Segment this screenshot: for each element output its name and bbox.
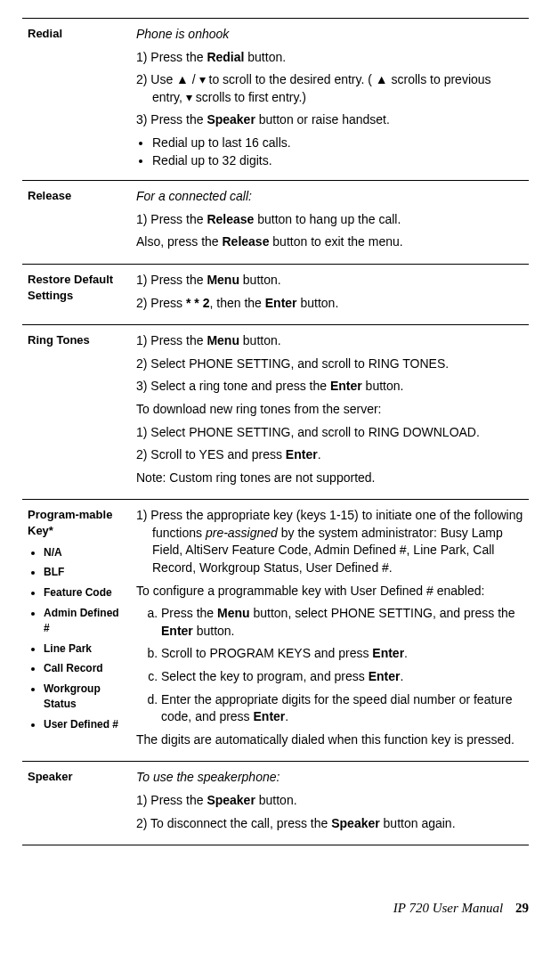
step: 2) Press * * 2, then the Enter button. bbox=[136, 295, 523, 313]
step: 2) Select PHONE SETTING, and scroll to R… bbox=[136, 355, 523, 373]
table-row: Speaker To use the speakerphone: 1) Pres… bbox=[22, 762, 529, 845]
substep: Select the key to program, and press Ent… bbox=[161, 668, 523, 686]
step: To configure a programmable key with Use… bbox=[136, 583, 523, 600]
feature-desc: Phone is onhook 1) Press the Redial butt… bbox=[131, 19, 529, 181]
feature-subitem: Admin Defined # bbox=[44, 606, 126, 636]
page-number: 29 bbox=[515, 901, 529, 915]
bullet: Redial up to 32 digits. bbox=[152, 152, 523, 170]
step: 1) Press the Speaker button. bbox=[136, 792, 523, 810]
feature-name: Program-mable Key* N/A BLF Feature Code … bbox=[22, 500, 131, 762]
feature-desc: 1) Press the Menu button. 2) Select PHON… bbox=[131, 325, 529, 500]
table-row: Release For a connected call: 1) Press t… bbox=[22, 181, 529, 265]
step: To download new ring tones from the serv… bbox=[136, 401, 523, 419]
feature-name: Restore Default Settings bbox=[22, 264, 131, 324]
bullet: Redial up to last 16 calls. bbox=[152, 135, 523, 152]
feature-table: Redial Phone is onhook 1) Press the Redi… bbox=[22, 18, 529, 845]
feature-subitem: Feature Code bbox=[44, 585, 126, 600]
step: 1) Press the appropriate key (keys 1-15)… bbox=[136, 507, 523, 576]
feature-desc: To use the speakerphone: 1) Press the Sp… bbox=[131, 762, 529, 845]
feature-title: Program-mable Key* bbox=[28, 508, 112, 537]
substep: Scroll to PROGRAM KEYS and press Enter. bbox=[161, 645, 523, 663]
table-row: Redial Phone is onhook 1) Press the Redi… bbox=[22, 19, 529, 181]
state-text: To use the speakerphone: bbox=[136, 769, 523, 787]
feature-subitem: Line Park bbox=[44, 641, 126, 657]
state-text: Phone is onhook bbox=[136, 26, 523, 44]
feature-subitem: BLF bbox=[44, 565, 126, 580]
step: 1) Press the Menu button. bbox=[136, 332, 523, 350]
table-row: Program-mable Key* N/A BLF Feature Code … bbox=[22, 500, 529, 762]
table-row: Restore Default Settings 1) Press the Me… bbox=[22, 264, 529, 324]
step: 2) To disconnect the call, press the Spe… bbox=[136, 815, 523, 833]
step: 1) Press the Menu button. bbox=[136, 272, 523, 290]
note-text: Note: Custom ring tones are not supporte… bbox=[136, 470, 523, 487]
feature-name: Redial bbox=[22, 19, 131, 181]
step: Also, press the Release button to exit t… bbox=[136, 233, 523, 251]
substep: Press the Menu button, select PHONE SETT… bbox=[161, 605, 523, 640]
feature-name: Release bbox=[22, 181, 131, 265]
step: 1) Press the Release button to hang up t… bbox=[136, 211, 523, 229]
step: 2) Scroll to YES and press Enter. bbox=[136, 446, 523, 464]
step: 1) Select PHONE SETTING, and scroll to R… bbox=[136, 424, 523, 442]
substep: Enter the appropriate digits for the spe… bbox=[161, 691, 523, 726]
doc-title: IP 720 User Manual bbox=[393, 901, 503, 915]
step: 3) Press the Speaker button or raise han… bbox=[136, 111, 523, 129]
step: 3) Select a ring tone and press the Ente… bbox=[136, 378, 523, 396]
feature-subitem: Call Record bbox=[44, 661, 126, 676]
feature-subitem: N/A bbox=[44, 545, 126, 560]
page-footer: IP 720 User Manual 29 bbox=[22, 899, 529, 918]
feature-name: Speaker bbox=[22, 762, 131, 845]
step: The digits are automatically dialed when… bbox=[136, 731, 523, 749]
table-row: Ring Tones 1) Press the Menu button. 2) … bbox=[22, 325, 529, 500]
state-text: For a connected call: bbox=[136, 188, 523, 206]
feature-desc: 1) Press the appropriate key (keys 1-15)… bbox=[131, 500, 529, 762]
feature-desc: For a connected call: 1) Press the Relea… bbox=[131, 181, 529, 265]
step: 2) Use ▲ / ▾ to scroll to the desired en… bbox=[136, 71, 523, 106]
feature-desc: 1) Press the Menu button. 2) Press * * 2… bbox=[131, 264, 529, 324]
feature-subitem: User Defined # bbox=[44, 717, 126, 732]
feature-subitem: Workgroup Status bbox=[44, 682, 126, 712]
feature-name: Ring Tones bbox=[22, 325, 131, 500]
step: 1) Press the Redial button. bbox=[136, 49, 523, 67]
